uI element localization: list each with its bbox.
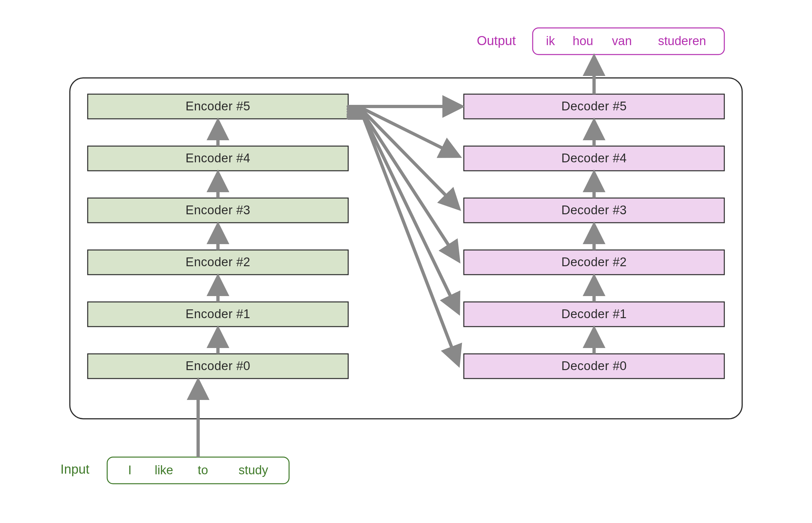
encoder-block-2: Encoder #2 bbox=[88, 250, 348, 275]
encoder-block-0: Encoder #0 bbox=[88, 354, 348, 379]
encoder-block-3: Encoder #3 bbox=[88, 198, 348, 223]
encoder-block-1: Encoder #1 bbox=[88, 302, 348, 327]
input-label: Input bbox=[60, 462, 89, 476]
decoder-label-5: Decoder #5 bbox=[561, 100, 626, 113]
decoder-block-2: Decoder #2 bbox=[464, 250, 724, 275]
decoder-block-5: Decoder #5 bbox=[464, 94, 724, 119]
encoder-label-5: Encoder #5 bbox=[186, 100, 250, 113]
decoder-block-3: Decoder #3 bbox=[464, 198, 724, 223]
output-token-2: van bbox=[612, 34, 632, 48]
input-tokens: I like to study bbox=[128, 463, 268, 477]
encoder-label-2: Encoder #2 bbox=[186, 255, 250, 269]
encoder-decoder-diagram: Encoder #5 Encoder #4 Encoder #3 Encoder… bbox=[0, 0, 812, 523]
output-group: Output ik hou van studeren bbox=[477, 28, 724, 55]
encoder-block-5: Encoder #5 bbox=[88, 94, 348, 119]
output-tokens: ik hou van studeren bbox=[546, 34, 706, 48]
cross-attention-arrows bbox=[348, 107, 461, 364]
input-token-1: like bbox=[155, 463, 173, 477]
encoder-label-4: Encoder #4 bbox=[186, 151, 250, 165]
output-token-3: studeren bbox=[658, 34, 706, 48]
output-label: Output bbox=[477, 33, 516, 48]
encoder-label-1: Encoder #1 bbox=[186, 307, 250, 321]
decoder-label-1: Decoder #1 bbox=[561, 307, 626, 321]
encoder-label-0: Encoder #0 bbox=[186, 359, 250, 373]
decoder-label-2: Decoder #2 bbox=[561, 255, 626, 269]
encoder-block-4: Encoder #4 bbox=[88, 146, 348, 171]
input-token-3: study bbox=[239, 463, 268, 477]
decoder-block-1: Decoder #1 bbox=[464, 302, 724, 327]
output-token-0: ik bbox=[546, 34, 555, 48]
decoder-label-0: Decoder #0 bbox=[561, 359, 626, 373]
decoder-block-4: Decoder #4 bbox=[464, 146, 724, 171]
encoder-label-3: Encoder #3 bbox=[186, 203, 250, 217]
output-token-1: hou bbox=[572, 34, 593, 48]
decoder-label-4: Decoder #4 bbox=[561, 151, 626, 165]
decoder-block-0: Decoder #0 bbox=[464, 354, 724, 379]
input-token-2: to bbox=[198, 463, 208, 477]
decoder-label-3: Decoder #3 bbox=[561, 203, 626, 217]
input-group: Input I like to study bbox=[60, 457, 289, 484]
input-token-0: I bbox=[128, 463, 131, 477]
